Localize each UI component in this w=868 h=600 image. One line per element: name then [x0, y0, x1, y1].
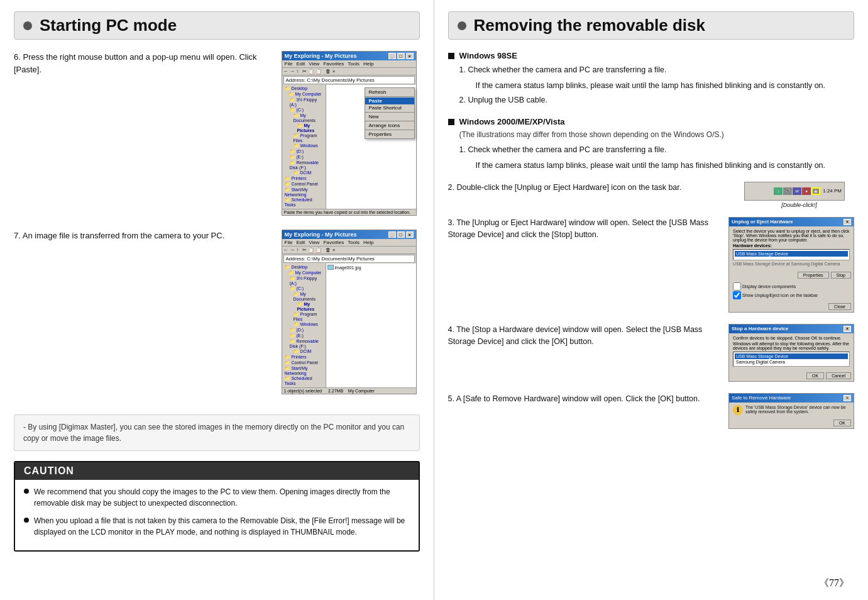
transferred-file: image001.jpg [327, 265, 415, 270]
eject-device-detail: USB Mass Storage Device at Samsung Digit… [733, 262, 850, 266]
stop-ok-btn[interactable]: OK [806, 372, 824, 379]
win2000-square [448, 119, 454, 125]
win2000-step3-text: The [Unplug or Eject Hardware] window wi… [448, 218, 709, 239]
sidebar-printers: 📁 Printers [283, 176, 324, 181]
eject-content: Select the device you want to unplug or … [729, 226, 854, 270]
eject-props-btn[interactable]: Properties [798, 272, 829, 279]
eject-close-button[interactable]: Close [828, 303, 851, 310]
cb-taskbar-input[interactable] [733, 291, 741, 299]
eject-titlebar: Unplug or Eject Hardware × [729, 218, 854, 226]
win2000-step1: 1. Check whether the camera and PC are t… [459, 144, 855, 156]
win2000-step4-text: The [Stop a Hardware device] window will… [448, 325, 703, 346]
sb2-c: 📁 (C:) [288, 286, 324, 291]
safe-dialog: Safe to Remove Hardware × ℹ The 'USB Mas… [728, 393, 854, 429]
ctx-paste-shortcut[interactable]: Paste Shortcut [365, 104, 414, 111]
stop-usb-device[interactable]: USB Mass Storage Device [735, 353, 848, 359]
ctx-divider4 [365, 130, 414, 130]
eject-close-btn-row: Close [729, 301, 854, 312]
minimize-btn[interactable]: _ [388, 53, 396, 59]
safe-ok-btn[interactable]: OK [833, 419, 851, 426]
sidebar-digimax: 📁 Start/My Networking [283, 187, 324, 197]
stop-dialog-area: Stop a Hardware device × Confirm devices… [728, 324, 854, 384]
left-section-title: Starting PC mode [40, 16, 177, 35]
explorer-2-titlebar: My Exploring - My Pictures _ □ × [282, 230, 416, 239]
page-wrapper: Starting PC mode 6. Press the right mous… [0, 0, 868, 600]
step-6-content: Press the right mouse button and a pop-u… [14, 52, 257, 74]
maximize-btn[interactable]: □ [397, 53, 405, 59]
safe-close[interactable]: × [843, 395, 851, 401]
right-section-title: Removing the removable disk [474, 16, 705, 35]
sidebar-e: 📁 (E:) [288, 155, 324, 160]
stop-listbox[interactable]: USB Mass Storage Device Samsung Digital … [733, 352, 850, 367]
step-7-image: My Exploring - My Pictures _ □ × File Ed… [282, 230, 420, 397]
explorer-2-address: Address: C:\My Documents\My Pictures [283, 255, 415, 263]
eject-device[interactable]: USB Mass Storage Device [735, 251, 848, 257]
taskbar-time: 1:24 PM [823, 188, 842, 194]
ctx-new[interactable]: New [365, 113, 414, 120]
win98-square [448, 53, 454, 59]
stop-close[interactable]: × [843, 326, 851, 332]
win2000-steps: 1. Check whether the camera and PC are t… [459, 144, 855, 174]
eject-hw-label: Hardware devices: [733, 243, 850, 248]
eject-stop-btn[interactable]: Stop [831, 272, 851, 279]
cb-taskbar-label: Show Unplug/Eject icon on the taskbar [742, 293, 818, 297]
explorer-2-status: 1 object(s) selected 2.27MB My Computer [282, 387, 416, 394]
caution-bullet-1 [24, 489, 29, 494]
step-7-row: 7. An image file is transferred from the… [14, 230, 420, 397]
right-column: Removing the removable disk Windows 98SE… [434, 0, 869, 600]
sb2-digimax: 📁 Start/My Networking [283, 366, 324, 375]
eject-close[interactable]: × [843, 219, 851, 225]
caution-text-2: When you upload a file that is not taken… [34, 515, 410, 538]
stop-content: Confirm devices to be stopped. Choose OK… [729, 333, 854, 370]
sidebar-control: 📁 Control Panel [283, 182, 324, 187]
dblclick-label: [Double-click!] [744, 202, 854, 208]
maximize-btn-2[interactable]: □ [397, 231, 405, 238]
stop-cancel-btn[interactable]: Cancel [826, 372, 851, 379]
win2000-step4-text-area: 4. The [Stop a Hardware device] window w… [448, 324, 720, 348]
eject-title: Unplug or Eject Hardware [732, 219, 793, 225]
safe-titlebar: Safe to Remove Hardware × [729, 394, 854, 403]
safe-info-icon: ℹ [733, 405, 743, 415]
ctx-divider1 [365, 96, 414, 97]
win98-step1-text: Check whether the camera and PC are tran… [468, 65, 666, 74]
eject-listbox[interactable]: USB Mass Storage Device [733, 249, 850, 260]
ctx-arrange[interactable]: Arrange Icons [365, 122, 414, 129]
ctx-paste[interactable]: Paste [365, 97, 414, 104]
safe-title: Safe to Remove Hardware [732, 395, 791, 401]
cb-components: Display device components [733, 282, 850, 291]
cb-components-input[interactable] [733, 282, 741, 291]
ctx-divider2 [365, 112, 414, 113]
win98-header-row: Windows 98SE [448, 51, 855, 60]
sb2-scheduled: 📁 Scheduled Tasks [283, 376, 324, 386]
header-bullet [23, 21, 32, 30]
sidebar-scheduled: 📁 Scheduled Tasks [283, 197, 324, 207]
explorer-1-menubar: File Edit View Favorites Tools Help [282, 60, 416, 68]
explorer-2-sidebar: 📁 Desktop 📁 My Computer 📁 3½ Floppy (A:)… [282, 264, 326, 387]
sidebar-dcim: 📁 DCIM [292, 170, 324, 175]
taskbar-screenshot: ↕ 🔊 W ● ⏏ 1:24 PM [744, 182, 845, 201]
ctx-properties[interactable]: Properties [365, 131, 414, 138]
step-6-text-area: 6. Press the right mouse button and a po… [14, 51, 273, 75]
sb2-dcim: 📁 DCIM [292, 349, 324, 354]
ctx-refresh[interactable]: Refresh [365, 89, 414, 96]
close-btn-2[interactable]: × [406, 231, 414, 238]
sb2-printers: 📁 Printers [283, 355, 324, 360]
sidebar-desktop: 📁 Desktop [283, 86, 324, 91]
sidebar-mypics: 📁 My Pictures [296, 123, 324, 133]
sidebar-mycomp: 📁 My Computer [287, 92, 324, 97]
file-icon [327, 265, 334, 270]
eject-dialog-area: Unplug or Eject Hardware × Select the de… [728, 217, 854, 315]
sb2-removable: 📁 Removable Disk (F:) [288, 339, 324, 348]
explorer-1: My Exploring - My Pictures _ □ × File Ed… [282, 51, 417, 216]
close-btn[interactable]: × [406, 53, 414, 59]
stop-title: Stop a Hardware device [732, 326, 788, 331]
win98-step2-text: Unplug the USB cable. [468, 96, 547, 104]
safe-buttons: OK [729, 418, 854, 428]
safe-dialog-area: Safe to Remove Hardware × ℹ The 'USB Mas… [728, 393, 854, 429]
win-controls-2: _ □ × [388, 231, 414, 238]
eject-icon[interactable]: ⏏ [811, 187, 820, 195]
minimize-btn-2[interactable]: _ [388, 231, 396, 238]
win2000-note: (The illustrations may differ from those… [459, 130, 855, 139]
explorer-2-main: image001.jpg [326, 264, 416, 387]
explorer-2-menubar: File Edit View Favorites Tools Help [282, 239, 416, 247]
